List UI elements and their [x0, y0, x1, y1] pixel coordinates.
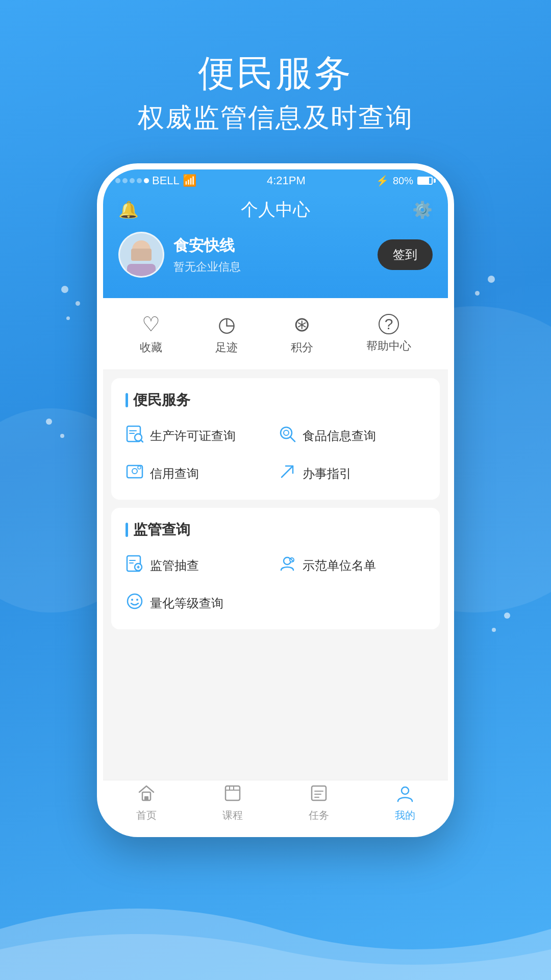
- svg-point-27: [136, 599, 138, 601]
- production-license-icon: [126, 425, 144, 447]
- svg-point-25: [128, 594, 142, 608]
- home-label: 首页: [136, 808, 157, 822]
- checkin-button[interactable]: 签到: [378, 239, 433, 270]
- svg-point-38: [402, 787, 409, 794]
- quick-icons-bar: ♡ 收藏 ◷ 足迹 ⊛ 积分 ? 帮助中心: [103, 298, 448, 370]
- credit-query-icon: [126, 463, 144, 484]
- svg-line-7: [141, 440, 143, 442]
- nav-mine[interactable]: 我的: [395, 784, 415, 822]
- settings-icon[interactable]: ⚙️: [412, 200, 433, 219]
- bluetooth-icon: ⚡: [376, 175, 389, 187]
- header-title: 个人中心: [241, 198, 310, 222]
- supervision-check-label: 监管抽查: [150, 557, 199, 574]
- svg-rect-2: [127, 264, 156, 276]
- history-icon: ◷: [218, 312, 236, 336]
- office-guide-icon: [278, 463, 296, 484]
- grade-query-icon: [126, 593, 144, 614]
- grade-query-label: 量化等级查询: [150, 595, 223, 611]
- history-item[interactable]: ◷ 足迹: [215, 312, 238, 355]
- nav-task[interactable]: 任务: [309, 784, 329, 822]
- mine-icon: [396, 784, 414, 806]
- course-label: 课程: [222, 808, 243, 822]
- convenience-title: 便民服务: [126, 390, 425, 410]
- mine-label: 我的: [395, 808, 415, 822]
- model-units-item[interactable]: 示范单位名单: [278, 552, 425, 579]
- help-label: 帮助中心: [366, 338, 411, 354]
- model-units-icon: [278, 555, 296, 576]
- svg-rect-34: [312, 786, 326, 800]
- office-guide-item[interactable]: 办事指引: [278, 460, 425, 487]
- tagline-line2: 权威监管信息及时查询: [0, 100, 551, 136]
- grade-query-item[interactable]: 量化等级查询: [126, 590, 273, 617]
- supervision-check-item[interactable]: 监管抽查: [126, 552, 273, 579]
- model-units-label: 示范单位名单: [303, 557, 376, 574]
- svg-point-14: [132, 469, 137, 474]
- supervision-check-icon: [126, 555, 144, 576]
- food-info-item[interactable]: 食品信息查询: [278, 422, 425, 450]
- svg-line-11: [290, 437, 295, 442]
- collect-item[interactable]: ♡ 收藏: [140, 312, 162, 355]
- points-label: 积分: [291, 340, 313, 355]
- task-icon: [310, 784, 328, 806]
- svg-point-12: [284, 430, 289, 435]
- phone-mockup: BELL 📶 4:21PM ⚡ 80% 🔔 个人中心: [97, 163, 454, 827]
- status-bar: BELL 📶 4:21PM ⚡ 80%: [103, 169, 448, 192]
- nav-course[interactable]: 课程: [222, 784, 243, 822]
- notification-icon[interactable]: 🔔: [118, 200, 139, 219]
- app-header: 🔔 个人中心 ⚙️: [103, 192, 448, 298]
- credit-query-label: 信用查询: [150, 465, 199, 482]
- collect-label: 收藏: [140, 340, 162, 355]
- supervision-title: 监管查询: [126, 520, 425, 540]
- tagline-line1: 便民服务: [0, 51, 551, 95]
- battery-percent: 80%: [393, 175, 413, 187]
- svg-rect-29: [144, 796, 148, 800]
- user-name: 食安快线: [173, 235, 241, 256]
- supervision-section: 监管查询: [111, 508, 440, 629]
- production-license-item[interactable]: 生产许可证查询: [126, 422, 273, 450]
- history-label: 足迹: [215, 340, 238, 355]
- time-display: 4:21PM: [267, 174, 306, 187]
- points-item[interactable]: ⊛ 积分: [291, 312, 313, 355]
- bottom-navigation: 首页 课程: [103, 780, 448, 831]
- title-bar-1: [126, 393, 128, 407]
- collect-icon: ♡: [142, 312, 160, 336]
- user-subtitle: 暂无企业信息: [173, 259, 241, 275]
- points-icon: ⊛: [293, 312, 311, 336]
- wifi-icon: 📶: [183, 174, 196, 187]
- task-label: 任务: [309, 808, 329, 822]
- help-icon: ?: [379, 314, 399, 334]
- nav-home[interactable]: 首页: [136, 784, 157, 822]
- battery-icon: [417, 177, 436, 185]
- convenience-section: 便民服务: [111, 378, 440, 500]
- svg-point-15: [138, 466, 141, 469]
- course-icon: [223, 784, 242, 806]
- svg-rect-30: [226, 786, 240, 800]
- svg-rect-13: [127, 465, 142, 478]
- wave-decoration: [0, 888, 551, 980]
- home-icon: [137, 784, 156, 806]
- help-item[interactable]: ? 帮助中心: [366, 314, 411, 354]
- food-info-icon: [278, 425, 296, 447]
- production-license-label: 生产许可证查询: [150, 428, 236, 444]
- svg-point-26: [131, 599, 133, 601]
- carrier-label: BELL: [152, 174, 180, 187]
- food-info-label: 食品信息查询: [303, 428, 376, 444]
- svg-rect-4: [131, 249, 152, 261]
- office-guide-label: 办事指引: [303, 465, 352, 482]
- title-bar-2: [126, 523, 128, 537]
- credit-query-item[interactable]: 信用查询: [126, 460, 273, 487]
- avatar: [118, 232, 164, 278]
